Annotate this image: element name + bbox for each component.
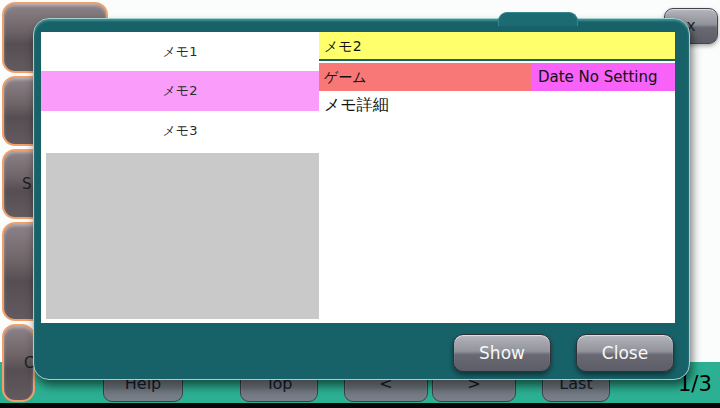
memo-list-item-3[interactable]: メモ3 [41, 111, 319, 151]
memo-date-badge: Date No Setting [531, 63, 675, 91]
memo-detail-pane: メモ2 ゲーム Date No Setting メモ詳細 [319, 32, 675, 323]
memo-list-item-2-selected[interactable]: メモ2 [41, 71, 319, 111]
dialog-top-tab [498, 12, 578, 26]
memo-body-heading: メモ詳細 [319, 92, 675, 119]
bottom-black-strip [0, 403, 720, 408]
memo-category-row: ゲーム Date No Setting [319, 63, 675, 91]
memo-title-row: メモ2 [319, 32, 675, 61]
memo-list-item-1[interactable]: メモ1 [41, 32, 319, 71]
show-button[interactable]: Show [453, 334, 551, 372]
side-button-5[interactable]: C [2, 324, 35, 402]
screen: S C x Help Top < > Last 1/3 メモ1 メモ2 メモ3 … [0, 0, 720, 408]
memo-category-label: ゲーム [324, 69, 367, 85]
memo-list-empty-area [46, 153, 319, 319]
side-button-3-label: S [22, 175, 32, 193]
memo-list: メモ1 メモ2 メモ3 [41, 32, 319, 323]
memo-dialog: メモ1 メモ2 メモ3 メモ2 ゲーム Date No Setting メモ詳細… [33, 18, 690, 380]
close-button[interactable]: Close [576, 334, 674, 372]
